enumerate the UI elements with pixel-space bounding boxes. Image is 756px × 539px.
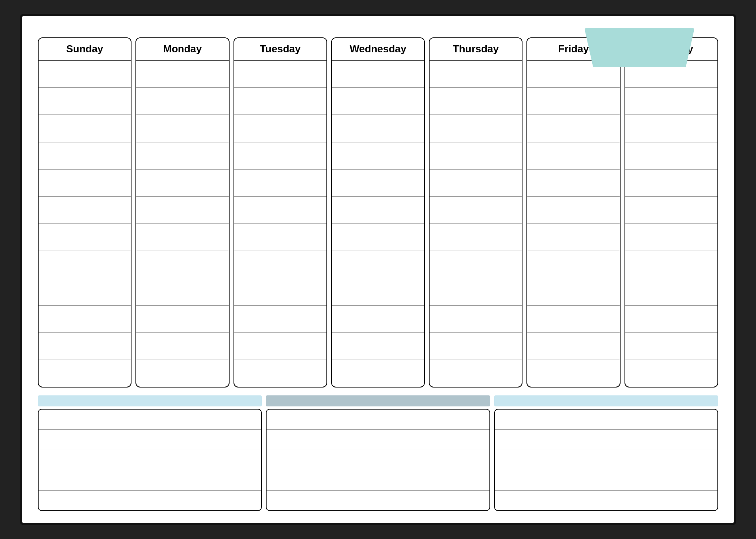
day-row[interactable] <box>430 224 522 251</box>
day-row[interactable] <box>332 88 424 115</box>
day-row[interactable] <box>234 224 326 251</box>
day-row[interactable] <box>332 333 424 360</box>
day-row[interactable] <box>527 170 619 197</box>
day-row[interactable] <box>332 224 424 251</box>
day-row[interactable] <box>625 360 717 387</box>
day-row[interactable] <box>39 61 131 88</box>
day-row[interactable] <box>332 251 424 278</box>
day-row[interactable] <box>136 88 228 115</box>
day-row[interactable] <box>625 306 717 333</box>
bottom-box-row[interactable] <box>495 430 717 450</box>
day-row[interactable] <box>234 306 326 333</box>
bottom-box-row[interactable] <box>267 450 489 470</box>
bottom-box-row[interactable] <box>39 430 261 450</box>
day-row[interactable] <box>430 170 522 197</box>
day-row[interactable] <box>332 278 424 305</box>
day-row[interactable] <box>234 170 326 197</box>
day-row[interactable] <box>527 197 619 224</box>
bottom-box-row[interactable] <box>495 410 717 430</box>
day-row[interactable] <box>39 251 131 278</box>
bottom-box-row[interactable] <box>267 491 489 510</box>
day-row[interactable] <box>332 61 424 88</box>
day-row[interactable] <box>136 170 228 197</box>
day-row[interactable] <box>234 115 326 142</box>
day-row[interactable] <box>527 224 619 251</box>
day-row[interactable] <box>430 61 522 88</box>
bottom-box-row[interactable] <box>267 430 489 450</box>
day-row[interactable] <box>136 251 228 278</box>
bottom-box-row[interactable] <box>39 470 261 490</box>
bottom-box-row[interactable] <box>495 491 717 510</box>
day-row[interactable] <box>39 88 131 115</box>
bottom-box-row[interactable] <box>495 470 717 490</box>
day-row[interactable] <box>136 278 228 305</box>
bottom-box-row[interactable] <box>39 450 261 470</box>
day-row[interactable] <box>39 333 131 360</box>
bottom-box-row[interactable] <box>495 450 717 470</box>
day-row[interactable] <box>527 360 619 387</box>
day-row[interactable] <box>527 88 619 115</box>
day-row[interactable] <box>625 115 717 142</box>
day-row[interactable] <box>527 306 619 333</box>
day-row[interactable] <box>39 170 131 197</box>
day-row[interactable] <box>527 333 619 360</box>
day-row[interactable] <box>136 360 228 387</box>
day-row[interactable] <box>234 251 326 278</box>
day-row[interactable] <box>136 142 228 170</box>
bottom-box-row[interactable] <box>39 491 261 510</box>
day-row[interactable] <box>136 197 228 224</box>
bottom-box-row[interactable] <box>39 410 261 430</box>
day-row[interactable] <box>625 278 717 305</box>
day-row[interactable] <box>625 251 717 278</box>
day-row[interactable] <box>39 360 131 387</box>
day-row[interactable] <box>234 360 326 387</box>
day-row[interactable] <box>332 306 424 333</box>
day-row[interactable] <box>39 306 131 333</box>
day-row[interactable] <box>430 251 522 278</box>
day-row[interactable] <box>625 170 717 197</box>
day-row[interactable] <box>136 61 228 88</box>
day-row[interactable] <box>39 197 131 224</box>
day-row[interactable] <box>39 278 131 305</box>
day-row[interactable] <box>430 333 522 360</box>
day-row[interactable] <box>430 306 522 333</box>
day-column-saturday: Saturday <box>624 37 718 388</box>
day-row[interactable] <box>430 197 522 224</box>
day-row[interactable] <box>527 142 619 170</box>
day-row[interactable] <box>430 278 522 305</box>
day-row[interactable] <box>234 278 326 305</box>
day-row[interactable] <box>625 224 717 251</box>
day-row[interactable] <box>625 88 717 115</box>
day-row[interactable] <box>625 333 717 360</box>
day-row[interactable] <box>625 142 717 170</box>
bottom-box-rows-0 <box>39 410 261 510</box>
day-row[interactable] <box>332 142 424 170</box>
day-row[interactable] <box>39 115 131 142</box>
day-row[interactable] <box>527 115 619 142</box>
day-row[interactable] <box>39 224 131 251</box>
day-row[interactable] <box>332 170 424 197</box>
day-row[interactable] <box>234 333 326 360</box>
day-row[interactable] <box>430 115 522 142</box>
day-row[interactable] <box>527 251 619 278</box>
day-row[interactable] <box>234 88 326 115</box>
day-row[interactable] <box>625 197 717 224</box>
day-row[interactable] <box>136 115 228 142</box>
day-row[interactable] <box>39 142 131 170</box>
day-row[interactable] <box>234 61 326 88</box>
bottom-box-row[interactable] <box>267 470 489 490</box>
day-row[interactable] <box>234 142 326 170</box>
day-row[interactable] <box>430 360 522 387</box>
bottom-box-row[interactable] <box>267 410 489 430</box>
day-row[interactable] <box>430 142 522 170</box>
day-row[interactable] <box>430 88 522 115</box>
day-row[interactable] <box>332 360 424 387</box>
day-rows-wednesday <box>332 61 424 387</box>
day-row[interactable] <box>234 197 326 224</box>
day-row[interactable] <box>136 333 228 360</box>
day-row[interactable] <box>136 306 228 333</box>
day-row[interactable] <box>332 115 424 142</box>
day-row[interactable] <box>527 278 619 305</box>
day-row[interactable] <box>136 224 228 251</box>
day-row[interactable] <box>332 197 424 224</box>
